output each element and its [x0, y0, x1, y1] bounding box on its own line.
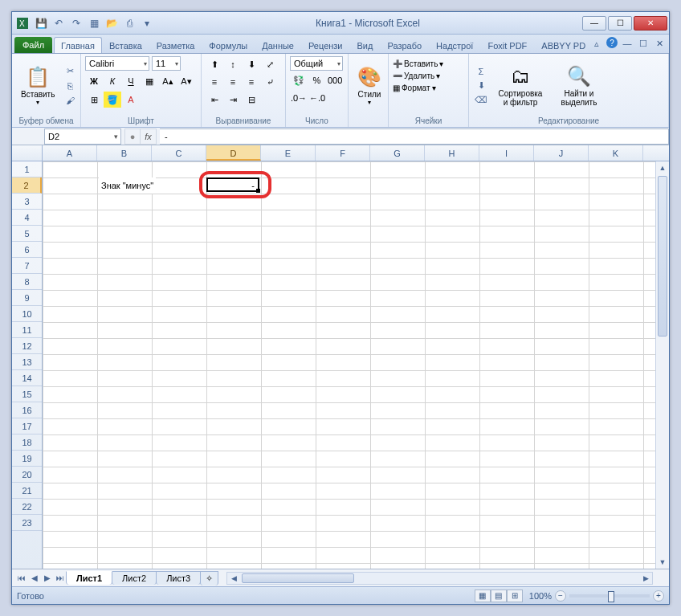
row-header-20[interactable]: 20 — [12, 467, 42, 483]
formula-input[interactable]: - — [160, 129, 669, 145]
tab-insert[interactable]: Вставка — [102, 37, 149, 53]
paste-button[interactable]: 📋 Вставить ▾ — [16, 64, 59, 108]
currency-button[interactable]: 💱 — [290, 72, 308, 88]
col-header-K[interactable]: K — [589, 145, 643, 161]
scroll-right-icon[interactable]: ▶ — [639, 573, 652, 584]
col-header-G[interactable]: G — [370, 145, 425, 161]
row-header-14[interactable]: 14 — [12, 370, 42, 386]
qat-more-icon[interactable]: ▾ — [139, 15, 155, 31]
sheet-nav-prev[interactable]: ◀ — [28, 573, 41, 582]
bold-button[interactable]: Ж — [85, 73, 103, 89]
doc-restore-icon[interactable]: ☐ — [637, 37, 650, 50]
cell-B2[interactable]: Знак "минус" — [99, 177, 156, 194]
scroll-down-icon[interactable]: ▼ — [656, 556, 669, 569]
row-header-5[interactable]: 5 — [12, 226, 42, 242]
format-painter-button[interactable]: 🖌 — [62, 94, 78, 107]
row-header-2[interactable]: 2 — [12, 177, 42, 194]
file-tab[interactable]: Файл — [14, 37, 52, 53]
col-header-H[interactable]: H — [425, 145, 479, 161]
align-left-button[interactable]: ≡ — [206, 74, 223, 90]
row-header-4[interactable]: 4 — [12, 210, 42, 226]
border-button[interactable]: ▦ — [141, 73, 158, 89]
cell-D2-selected[interactable]: - — [206, 177, 259, 192]
row-header-6[interactable]: 6 — [12, 242, 42, 258]
row-header-15[interactable]: 15 — [12, 386, 42, 402]
delete-cells-button[interactable]: ➖Удалить▾ — [393, 71, 464, 80]
format-cells-button[interactable]: ▦Формат▾ — [393, 84, 464, 92]
italic-button[interactable]: К — [104, 73, 121, 89]
row-header-22[interactable]: 22 — [12, 499, 42, 515]
fill-button[interactable]: ⬇ — [473, 80, 489, 92]
zoom-level[interactable]: 100% — [529, 591, 552, 601]
sheet-tab-1[interactable]: Лист1 — [66, 571, 112, 585]
sheet-tab-2[interactable]: Лист2 — [112, 571, 157, 585]
minimize-button[interactable]: — — [582, 16, 606, 31]
borders-button[interactable]: ⊞ — [85, 92, 103, 108]
tab-data[interactable]: Данные — [255, 37, 301, 53]
comma-button[interactable]: 000 — [326, 72, 344, 88]
number-format-combo[interactable]: Общий — [290, 56, 343, 71]
row-header-12[interactable]: 12 — [12, 338, 42, 354]
col-header-D[interactable]: D — [206, 145, 261, 161]
find-select-button[interactable]: 🔍 Найти и выделить — [552, 63, 606, 108]
indent-decrease-button[interactable]: ⇤ — [206, 92, 223, 108]
view-layout-button[interactable]: ▤ — [491, 589, 507, 602]
doc-close-icon[interactable]: ✕ — [653, 37, 666, 50]
font-grow-button[interactable]: A▴ — [159, 73, 177, 89]
tab-view[interactable]: Вид — [350, 37, 381, 53]
sheet-nav-first[interactable]: ⏮ — [15, 573, 28, 582]
tab-home[interactable]: Главная — [54, 37, 102, 53]
col-header-A[interactable]: A — [43, 145, 97, 161]
cut-button[interactable]: ✂ — [62, 65, 78, 78]
doc-minimize-icon[interactable]: — — [621, 37, 634, 50]
font-shrink-button[interactable]: A▾ — [177, 73, 195, 89]
view-normal-button[interactable]: ▦ — [475, 589, 491, 602]
row-header-7[interactable]: 7 — [12, 258, 42, 274]
print-button[interactable]: ⎙ — [121, 15, 137, 31]
decrease-decimal-button[interactable]: ←.0 — [308, 90, 326, 106]
tab-foxit[interactable]: Foxit PDF — [480, 37, 534, 53]
horizontal-scrollbar[interactable]: ◀ ▶ — [226, 572, 653, 585]
orientation-button[interactable]: ⤢ — [261, 56, 279, 72]
sheet-tab-3[interactable]: Лист3 — [156, 571, 201, 585]
excel-icon[interactable]: X — [15, 16, 30, 31]
cancel-formula-icon[interactable]: ● — [124, 129, 141, 145]
col-header-J[interactable]: J — [534, 145, 589, 161]
scroll-up-icon[interactable]: ▲ — [656, 161, 669, 174]
new-button[interactable]: ▦ — [86, 15, 102, 31]
close-button[interactable]: ✕ — [634, 16, 667, 31]
indent-increase-button[interactable]: ⇥ — [224, 92, 242, 108]
wrap-text-button[interactable]: ⤶ — [261, 74, 279, 90]
col-header-B[interactable]: B — [97, 145, 152, 161]
row-header-9[interactable]: 9 — [12, 290, 42, 306]
row-header-3[interactable]: 3 — [12, 194, 42, 210]
merge-button[interactable]: ⊟ — [243, 92, 260, 108]
row-header-23[interactable]: 23 — [12, 515, 42, 531]
font-color-button[interactable]: A — [122, 92, 140, 108]
increase-decimal-button[interactable]: .0→ — [290, 90, 308, 106]
sort-filter-button[interactable]: 🗂 Сортировка и фильтр — [491, 63, 549, 108]
col-header-C[interactable]: C — [152, 145, 206, 161]
row-header-16[interactable]: 16 — [12, 402, 42, 418]
name-box[interactable]: D2 — [44, 129, 121, 145]
col-header-E[interactable]: E — [261, 145, 316, 161]
open-button[interactable]: 📂 — [104, 15, 120, 31]
underline-button[interactable]: Ч — [122, 73, 140, 89]
align-middle-button[interactable]: ↕ — [224, 56, 242, 72]
new-sheet-button[interactable]: ✧ — [200, 571, 218, 585]
redo-button[interactable]: ↷ — [68, 15, 84, 31]
row-header-18[interactable]: 18 — [12, 434, 42, 451]
align-top-button[interactable]: ⬆ — [206, 56, 223, 72]
row-header-13[interactable]: 13 — [12, 354, 42, 370]
undo-button[interactable]: ↶ — [51, 15, 67, 31]
percent-button[interactable]: % — [308, 72, 326, 88]
row-header-17[interactable]: 17 — [12, 418, 42, 434]
align-bottom-button[interactable]: ⬇ — [243, 56, 260, 72]
tab-abbyy[interactable]: ABBYY PD — [534, 37, 593, 53]
select-all-corner[interactable] — [12, 145, 43, 161]
cells-area[interactable]: Знак "минус" - — [43, 161, 669, 569]
save-button[interactable]: 💾 — [33, 15, 49, 31]
sheet-nav-next[interactable]: ▶ — [41, 573, 54, 582]
scroll-left-icon[interactable]: ◀ — [227, 573, 240, 584]
scroll-thumb[interactable] — [658, 176, 667, 337]
